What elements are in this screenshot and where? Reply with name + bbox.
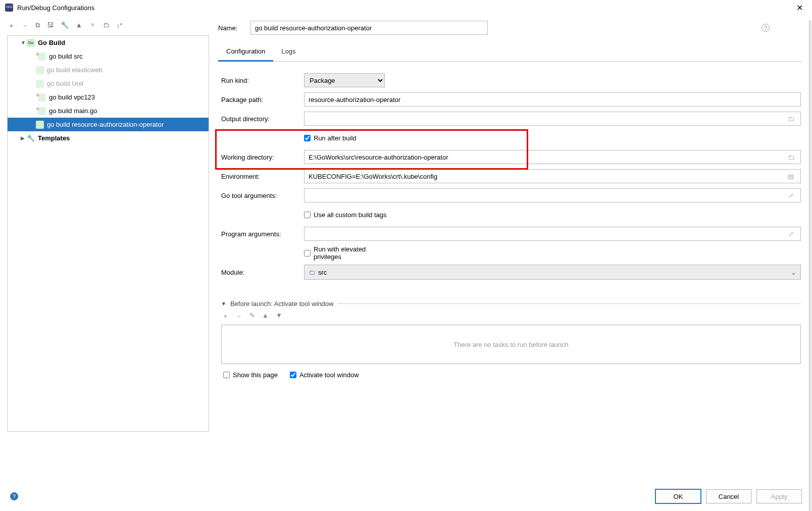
remove-icon[interactable]: － (236, 312, 242, 321)
no-tasks-label: There are no tasks to run before launch (453, 341, 569, 348)
run-kind-select[interactable]: Package (304, 73, 385, 87)
help-icon[interactable]: ? (762, 24, 770, 32)
output-dir-label: Output directory: (221, 115, 304, 123)
tree-item[interactable]: ✕go build vpc123 (8, 90, 209, 104)
config-form: Run kind: Package Package path: Output d… (218, 62, 802, 379)
activate-tool-window-checkbox[interactable]: Activate tool window (290, 371, 359, 379)
module-select[interactable]: 🗀src ⌄ (304, 265, 801, 280)
module-label: Module: (221, 269, 304, 276)
window-title: Run/Debug Configurations (17, 4, 94, 12)
go-icon (38, 107, 46, 115)
tree-item-label: go build main.go (49, 107, 97, 115)
go-icon (36, 66, 44, 74)
browse-icon[interactable]: 🗀 (785, 154, 796, 161)
name-label: Name: (218, 24, 243, 32)
tree-item[interactable]: go build Unit (8, 77, 209, 90)
tab-logs[interactable]: Logs (273, 43, 303, 61)
package-path-field[interactable] (304, 92, 801, 107)
go-tool-label: Go tool arguments: (221, 192, 304, 199)
environment-label: Environment: (221, 173, 304, 180)
sort-icon[interactable]: ↓ᵃ (117, 21, 123, 30)
expand-icon[interactable]: ⤢ (785, 192, 796, 199)
output-dir-field[interactable]: 🗀 (304, 112, 801, 126)
tree-item-label: go build resource-authorization-operator (47, 121, 164, 128)
before-launch-title: Before launch: Activate tool window (230, 300, 334, 308)
wrench-icon: 🔧 (27, 134, 35, 142)
environment-field[interactable]: ▤ (304, 169, 801, 183)
name-input[interactable] (250, 21, 488, 35)
tree-item-label: go build src (49, 53, 82, 60)
folder-icon[interactable]: 🗀 (103, 21, 110, 30)
tree-group-gobuild[interactable]: ▼ Go Go Build (8, 36, 209, 49)
up-icon[interactable]: ▲ (76, 21, 82, 30)
chevron-right-icon: ▶ (21, 135, 27, 141)
add-icon[interactable]: ＋ (222, 312, 229, 321)
ok-button[interactable]: OK (655, 489, 701, 503)
tasks-list: There are no tasks to run before launch (221, 325, 801, 364)
elevated-checkbox[interactable]: Run with elevated privileges (304, 245, 387, 261)
close-icon[interactable]: ✕ (792, 1, 807, 15)
show-page-checkbox[interactable]: Show this page (223, 371, 278, 379)
chevron-down-icon: ▼ (21, 40, 27, 45)
go-tool-field[interactable]: ⤢ (304, 188, 801, 202)
cancel-button[interactable]: Cancel (706, 489, 751, 503)
allow-parallel-checkbox[interactable]: Allow parallel run (777, 17, 802, 39)
add-icon[interactable]: ＋ (8, 21, 15, 30)
run-after-build-checkbox[interactable]: Run after build (304, 134, 387, 142)
down-icon[interactable]: ▼ (276, 312, 282, 321)
content-pane: Name: Share through VCS ? Allow parallel… (218, 19, 805, 432)
working-dir-field[interactable]: 🗀 (304, 150, 801, 164)
expand-icon[interactable]: ⤢ (785, 230, 796, 238)
scrollbar[interactable] (809, 20, 812, 511)
tabs: Configuration Logs (218, 43, 802, 62)
config-tree[interactable]: ▼ Go Go Build ✕go build srcgo build elas… (7, 35, 209, 432)
before-launch-section: ▼ Before launch: Activate tool window ＋ … (221, 300, 801, 379)
tree-item[interactable]: ✕go build src (8, 49, 209, 63)
save-icon[interactable]: 🖫 (47, 21, 54, 30)
share-vcs-checkbox[interactable]: Share through VCS (729, 17, 754, 39)
tab-configuration[interactable]: Configuration (218, 43, 273, 62)
list-icon[interactable]: ▤ (785, 173, 796, 180)
tree-item[interactable]: go build elasticweb (8, 63, 209, 77)
run-kind-label: Run kind: (221, 77, 304, 84)
custom-tags-checkbox[interactable]: Use all custom build tags (304, 211, 387, 219)
tree-templates[interactable]: ▶ 🔧 Templates (8, 131, 209, 145)
collapse-icon[interactable]: ▼ (221, 301, 226, 306)
dialog-footer: ? OK Cancel Apply (0, 482, 812, 511)
tree-item-label: go build vpc123 (49, 93, 95, 101)
remove-icon[interactable]: － (22, 21, 28, 30)
tree-item[interactable]: ✕go build main.go (8, 104, 209, 118)
tree-item[interactable]: go build resource-authorization-operator (8, 118, 209, 131)
go-icon (38, 93, 46, 101)
go-icon (36, 80, 44, 88)
up-icon[interactable]: ▲ (262, 312, 269, 321)
copy-icon[interactable]: ⧉ (35, 21, 40, 30)
edit-icon[interactable]: ✎ (249, 312, 255, 321)
working-dir-label: Working directory: (221, 154, 304, 161)
package-path-label: Package path: (221, 96, 304, 104)
apply-button[interactable]: Apply (756, 489, 802, 503)
wrench-icon[interactable]: 🔧 (61, 21, 69, 30)
go-icon: Go (27, 39, 35, 47)
tree-templates-label: Templates (38, 134, 70, 142)
tree-item-label: go build elasticweb (47, 66, 103, 74)
help-icon[interactable]: ? (10, 492, 18, 500)
chevron-down-icon: ⌄ (791, 269, 796, 276)
sidebar: ＋ － ⧉ 🖫 🔧 ▲ ▼ 🗀 ↓ᵃ ▼ Go Go Build ✕go bui… (7, 19, 209, 432)
tree-group-label: Go Build (38, 39, 65, 46)
browse-icon[interactable]: 🗀 (785, 115, 796, 123)
sidebar-toolbar: ＋ － ⧉ 🖫 🔧 ▲ ▼ 🗀 ↓ᵃ (7, 19, 209, 35)
program-args-field[interactable]: ⤢ (304, 227, 801, 241)
app-icon (5, 4, 13, 12)
go-icon (38, 53, 46, 61)
tree-item-label: go build Unit (47, 80, 83, 87)
folder-icon: 🗀 (309, 269, 315, 276)
down-icon[interactable]: ▼ (89, 21, 96, 30)
program-args-label: Program arguments: (221, 230, 304, 238)
go-icon (36, 121, 44, 129)
titlebar: Run/Debug Configurations ✕ (0, 0, 812, 15)
